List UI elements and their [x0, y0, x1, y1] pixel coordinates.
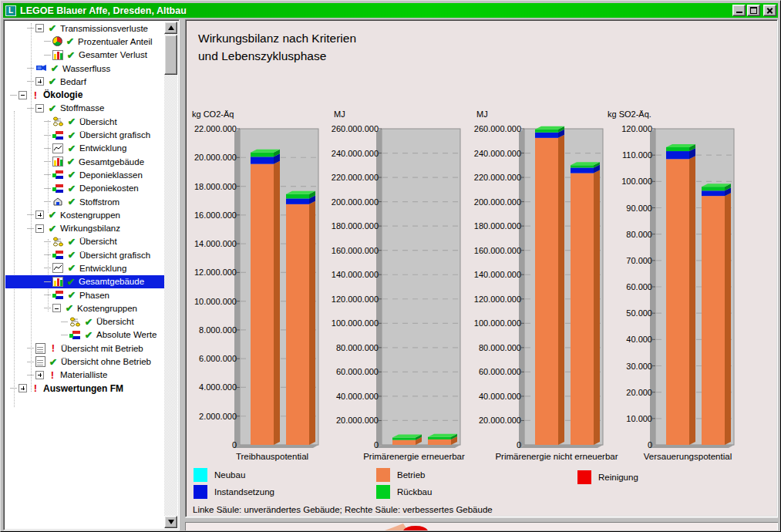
tree-scrollbar[interactable]: [164, 22, 177, 528]
minimize-icon: [736, 12, 742, 13]
legend-swatch: [577, 470, 591, 484]
flag-icon: [52, 184, 64, 194]
checkmark-icon: ✔: [64, 302, 75, 314]
checkmark-icon: ✔: [66, 183, 77, 194]
tree-item[interactable]: ✔Deponiekosten: [5, 182, 164, 195]
legend-label: Rückbau: [397, 487, 432, 497]
scrollbar-thumb[interactable]: [164, 35, 177, 75]
main-content: ✔Transmissionsverluste✔Prozentualer Ante…: [3, 19, 778, 530]
tree-connector: [44, 308, 51, 308]
tree-item[interactable]: !Übersicht mit Betrieb: [5, 342, 164, 355]
bar-segment: [428, 439, 451, 445]
tree-item[interactable]: ✔Prozentualer Anteil: [5, 35, 164, 48]
collapse-minus-icon[interactable]: [19, 91, 27, 99]
tree-item[interactable]: ✔Übersicht grafisch: [5, 128, 164, 141]
svg-text:260.000.000: 260.000.000: [332, 124, 379, 133]
svg-text:180.000.000: 180.000.000: [332, 221, 379, 231]
tree-item[interactable]: ✔Absolute Werte: [5, 328, 164, 342]
checkmark-icon: ✔: [47, 22, 58, 34]
tree-item[interactable]: ✔Bedarf: [5, 75, 164, 88]
expand-plus-icon[interactable]: [35, 371, 44, 379]
tree-connector: [61, 335, 68, 335]
scroll-up-button[interactable]: [164, 22, 177, 34]
tree-item[interactable]: ✔Gesamtgebäude: [5, 275, 164, 288]
svg-text:6.000.000: 6.000.000: [199, 354, 237, 363]
tree-item[interactable]: ✔Stoffstrom: [5, 195, 164, 208]
tree-item[interactable]: ✔Wasserfluss: [5, 62, 164, 75]
x-axis-label: Primärenergie erneuerbar: [363, 452, 465, 461]
legend-label: Reinigung: [598, 473, 638, 482]
doc-icon: [35, 343, 45, 354]
collapse-minus-icon[interactable]: [35, 224, 44, 233]
vertical-splitter[interactable]: [180, 19, 185, 530]
tree-item[interactable]: !Ökologie: [5, 88, 164, 101]
tree-item[interactable]: ✔Übersicht grafisch: [5, 248, 164, 261]
tree-item[interactable]: ✔Entwicklung: [5, 261, 164, 274]
bar-segment-side: [689, 156, 695, 445]
svg-text:18.000.000: 18.000.000: [194, 182, 237, 191]
tree-item[interactable]: ✔Übersicht ohne Betrieb: [5, 355, 164, 368]
close-button[interactable]: [763, 5, 776, 16]
svg-text:0: 0: [374, 440, 379, 450]
svg-text:14.000.000: 14.000.000: [194, 239, 237, 248]
partial-lower-view: [185, 523, 778, 530]
tree-item[interactable]: ✔Übersicht: [5, 315, 164, 328]
expand-plus-icon[interactable]: [35, 210, 44, 219]
tree-item[interactable]: ✔Entwicklung: [5, 142, 164, 155]
bar-segment-side: [309, 201, 315, 445]
svg-text:200.000.000: 200.000.000: [332, 197, 379, 207]
water-icon: [35, 63, 47, 73]
tree-connector: [27, 108, 34, 109]
axis-unit-label: kg SO2-Äq.: [608, 109, 651, 119]
tree-item[interactable]: ✔Stoffmasse: [5, 102, 164, 115]
expand-plus-icon[interactable]: [19, 384, 27, 392]
bar-1: [392, 435, 422, 445]
svg-text:20.000.000: 20.000.000: [479, 416, 521, 425]
tree-item[interactable]: ✔Gesamter Verlust: [5, 49, 164, 62]
checkmark-icon: ✔: [66, 143, 77, 154]
tree-item-label: Ökologie: [43, 89, 82, 100]
collapse-minus-icon[interactable]: [52, 304, 61, 312]
bar-1: [251, 150, 280, 445]
svg-text:10.000: 10.000: [626, 414, 652, 423]
tree-item[interactable]: ✔Übersicht: [5, 235, 164, 248]
tree-item[interactable]: ✔Kostengruppen: [5, 208, 164, 221]
legend-label: Betrieb: [397, 470, 425, 480]
tree-item-label: Kostengruppen: [60, 210, 120, 220]
tree-item[interactable]: ✔Übersicht: [5, 115, 164, 128]
tree-connector: [27, 375, 34, 375]
horizontal-splitter[interactable]: [185, 517, 778, 523]
svg-text:220.000.000: 220.000.000: [332, 173, 379, 182]
window-title: LEGOE Blauer Affe, Dresden, Altbau: [20, 5, 732, 16]
collapse-minus-icon[interactable]: [35, 24, 44, 32]
minimize-button[interactable]: [732, 5, 746, 16]
legend-item: Betrieb: [376, 468, 425, 482]
tree-item[interactable]: ✔Kostengruppen: [5, 301, 164, 315]
tree-item[interactable]: ✔Transmissionsverluste: [5, 22, 164, 35]
maximize-button[interactable]: [747, 5, 760, 16]
checkmark-icon: ✔: [47, 76, 58, 87]
bar-segment-side: [274, 161, 280, 445]
svg-text:80.000: 80.000: [626, 230, 652, 239]
tree-connector: [44, 55, 51, 56]
svg-text:70.000: 70.000: [626, 256, 652, 265]
svg-text:110.000: 110.000: [622, 150, 652, 160]
expand-plus-icon[interactable]: [35, 77, 44, 86]
titlebar[interactable]: L LEGOE Blauer Affe, Dresden, Altbau: [3, 3, 778, 18]
tree-item[interactable]: ✔Deponieklassen: [5, 168, 164, 181]
checkmark-icon: ✔: [49, 62, 60, 74]
tree-item[interactable]: ✔Gesamtgebäude: [5, 155, 164, 168]
tree-item[interactable]: ✔Wirkungsbilanz: [5, 221, 164, 234]
tree-item[interactable]: !Auswertungen FM: [5, 382, 164, 395]
scroll-down-button[interactable]: [164, 516, 177, 528]
bar-segment: [428, 437, 451, 439]
app-icon[interactable]: L: [5, 5, 16, 16]
tree-item[interactable]: !Materialliste: [5, 369, 164, 382]
svg-text:0: 0: [517, 440, 521, 450]
bar-segment: [251, 153, 274, 157]
collapse-minus-icon[interactable]: [35, 104, 44, 113]
tree-connector: [27, 348, 34, 348]
svg-text:40.000.000: 40.000.000: [336, 392, 379, 401]
tree-item[interactable]: ✔Phasen: [5, 288, 164, 301]
doc-icon: [35, 356, 45, 367]
